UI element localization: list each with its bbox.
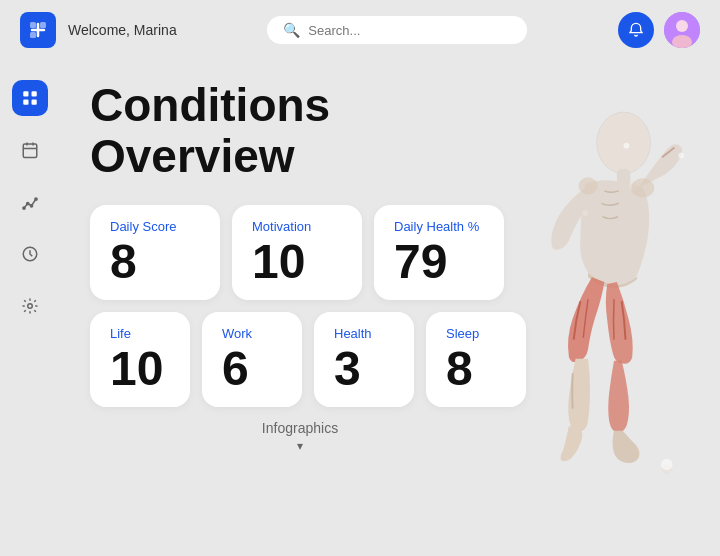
health-label: Health: [334, 326, 394, 341]
life-value: 10: [110, 345, 170, 393]
svg-point-17: [597, 112, 651, 173]
svg-point-22: [631, 178, 654, 197]
daily-score-value: 8: [110, 238, 200, 286]
card-daily-health: Daily Health % 79: [374, 205, 504, 300]
svg-rect-6: [23, 91, 28, 96]
svg-point-21: [662, 464, 672, 474]
svg-point-11: [23, 207, 25, 209]
nav-right: [618, 12, 700, 48]
health-value: 3: [334, 345, 394, 393]
motivation-label: Motivation: [252, 219, 342, 234]
sidebar-item-grid[interactable]: [12, 80, 48, 116]
sidebar-item-chart[interactable]: [12, 184, 48, 220]
content-left: Conditions Overview Daily Score 8 Motiva…: [90, 80, 510, 457]
sleep-label: Sleep: [446, 326, 506, 341]
svg-rect-0: [30, 22, 36, 28]
svg-rect-18: [617, 169, 630, 186]
notification-button[interactable]: [618, 12, 654, 48]
nav-left: Welcome, Marina: [20, 12, 177, 48]
sidebar: [0, 60, 60, 556]
sidebar-item-settings[interactable]: [12, 288, 48, 324]
clock-icon: [21, 245, 39, 263]
motivation-value: 10: [252, 238, 342, 286]
card-motivation: Motivation 10: [232, 205, 362, 300]
page-title: Conditions Overview: [90, 80, 510, 181]
svg-point-23: [578, 177, 597, 194]
bell-icon: [628, 22, 644, 38]
grid-icon: [21, 89, 39, 107]
card-sleep: Sleep 8: [426, 312, 526, 407]
svg-point-25: [678, 152, 684, 158]
welcome-text: Welcome, Marina: [68, 22, 177, 38]
svg-rect-9: [32, 100, 37, 105]
card-health: Health 3: [314, 312, 414, 407]
life-label: Life: [110, 326, 170, 341]
infographics-label: Infographics: [262, 420, 338, 436]
cards-row-1: Daily Score 8 Motivation 10 Daily Health…: [90, 205, 510, 300]
infographics-section[interactable]: Infographics ▾: [90, 419, 510, 453]
svg-rect-1: [40, 22, 46, 28]
svg-rect-10: [23, 144, 37, 158]
svg-point-14: [35, 198, 37, 200]
settings-icon: [21, 297, 39, 315]
sidebar-item-clock[interactable]: [12, 236, 48, 272]
work-value: 6: [222, 345, 282, 393]
svg-point-19: [629, 182, 637, 190]
svg-rect-8: [23, 100, 28, 105]
calendar-icon: [21, 141, 39, 159]
search-icon: 🔍: [283, 22, 300, 38]
svg-point-20: [582, 210, 588, 216]
daily-score-label: Daily Score: [110, 219, 200, 234]
search-bar[interactable]: 🔍: [267, 16, 527, 44]
card-work: Work 6: [202, 312, 302, 407]
svg-point-13: [30, 205, 32, 207]
main-content: Conditions Overview Daily Score 8 Motiva…: [60, 60, 720, 556]
plus-icon: [28, 20, 48, 40]
svg-rect-7: [32, 91, 37, 96]
svg-point-16: [28, 304, 33, 309]
svg-point-26: [661, 459, 673, 471]
svg-point-12: [27, 202, 29, 204]
sleep-value: 8: [446, 345, 506, 393]
svg-rect-2: [30, 32, 36, 38]
top-nav: Welcome, Marina 🔍: [0, 0, 720, 60]
work-label: Work: [222, 326, 282, 341]
chevron-down-icon: ▾: [90, 439, 510, 453]
avatar-image: [664, 12, 700, 48]
avatar[interactable]: [664, 12, 700, 48]
cards-row-2: Life 10 Work 6 Health 3 Sleep 8: [90, 312, 510, 407]
sidebar-item-calendar[interactable]: [12, 132, 48, 168]
card-daily-score: Daily Score 8: [90, 205, 220, 300]
logo[interactable]: [20, 12, 56, 48]
cards-container: Daily Score 8 Motivation 10 Daily Health…: [90, 205, 510, 407]
daily-health-label: Daily Health %: [394, 219, 484, 234]
card-life: Life 10: [90, 312, 190, 407]
daily-health-value: 79: [394, 238, 484, 286]
svg-point-4: [676, 20, 688, 32]
svg-point-24: [624, 143, 630, 149]
chart-icon: [21, 193, 39, 211]
search-input[interactable]: [308, 23, 511, 38]
